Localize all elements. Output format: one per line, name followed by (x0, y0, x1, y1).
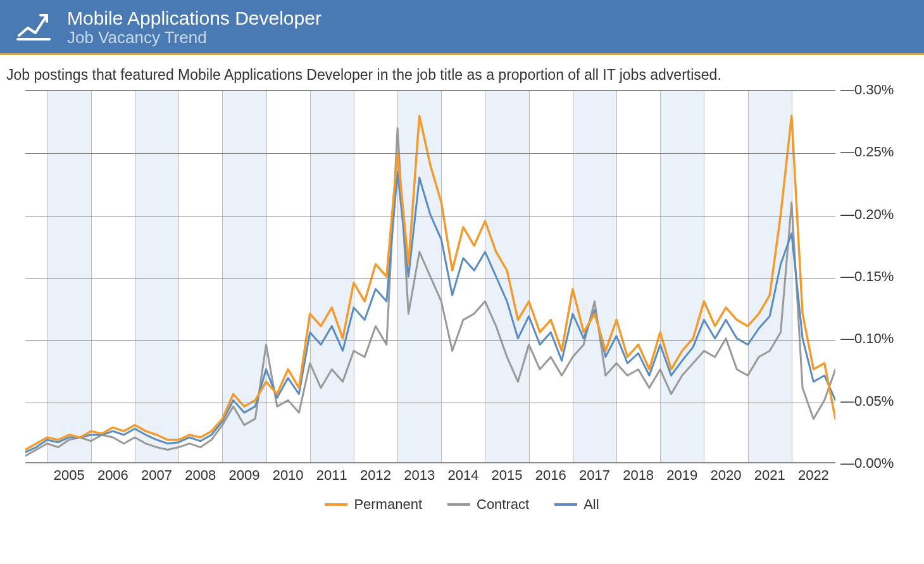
chart-y-tick-label: —0.10% (840, 330, 894, 347)
chart-x-tick-label: 2022 (798, 467, 829, 484)
trend-icon (15, 8, 52, 47)
series-line-contract (25, 128, 835, 456)
chart-x-tick-label: 2005 (54, 467, 85, 484)
chart-x-tick-label: 2019 (666, 467, 697, 484)
chart-lines (25, 91, 835, 462)
chart-y-gridline (25, 216, 835, 216)
chart-x-tick-label: 2013 (404, 467, 435, 484)
chart-x-tick-label: 2012 (360, 467, 391, 484)
legend-item-all: All (554, 496, 599, 513)
chart-y-tick-label: —0.30% (840, 82, 894, 98)
chart-x-tick-label: 2020 (711, 467, 742, 484)
series-line-all (25, 172, 835, 452)
chart-y-tick-label: —0.05% (840, 393, 894, 410)
page-title: Mobile Applications Developer (67, 8, 322, 28)
chart-y-tick-label: —0.25% (840, 144, 894, 160)
chart-x-tick-label: 2014 (447, 467, 478, 484)
chart-y-gridline (25, 340, 835, 341)
chart-container: Permanent Contract All 20052006200720082… (6, 90, 918, 525)
chart-x-tick-label: 2010 (273, 467, 304, 484)
legend-item-contract: Contract (447, 496, 529, 513)
header-banner: Mobile Applications Developer Job Vacanc… (0, 0, 924, 55)
chart-y-gridline (25, 403, 835, 403)
chart-y-tick-label: —0.15% (840, 268, 894, 285)
chart-y-tick-label: —0.20% (840, 206, 894, 223)
chart-x-tick-label: 2021 (754, 467, 785, 484)
chart-x-tick-label: 2016 (535, 467, 566, 484)
legend-swatch-contract (447, 503, 470, 506)
legend-swatch-all (554, 503, 577, 506)
chart-x-tick-label: 2015 (492, 467, 523, 484)
chart-y-gridline (25, 278, 835, 279)
chart-description: Job postings that featured Mobile Applic… (0, 55, 924, 90)
header-text: Mobile Applications Developer Job Vacanc… (67, 8, 322, 47)
chart-x-tick-label: 2018 (623, 467, 654, 484)
series-line-permanent (25, 116, 835, 449)
chart-x-tick-label: 2007 (141, 467, 172, 484)
legend-swatch-permanent (325, 503, 347, 506)
legend-item-permanent: Permanent (325, 496, 422, 513)
chart-x-tick-label: 2017 (579, 467, 610, 484)
chart-y-gridline (25, 153, 835, 154)
chart-y-tick-label: —0.00% (840, 455, 894, 472)
chart-x-tick-label: 2009 (228, 467, 259, 484)
chart-plot-area (25, 90, 835, 463)
page-subtitle: Job Vacancy Trend (67, 28, 322, 47)
legend-label-all: All (584, 496, 599, 513)
legend-label-contract: Contract (477, 496, 529, 513)
chart-x-tick-label: 2011 (316, 467, 347, 484)
chart-x-tick-label: 2006 (97, 467, 128, 484)
legend-label-permanent: Permanent (354, 496, 422, 513)
chart-x-tick-label: 2008 (185, 467, 216, 484)
